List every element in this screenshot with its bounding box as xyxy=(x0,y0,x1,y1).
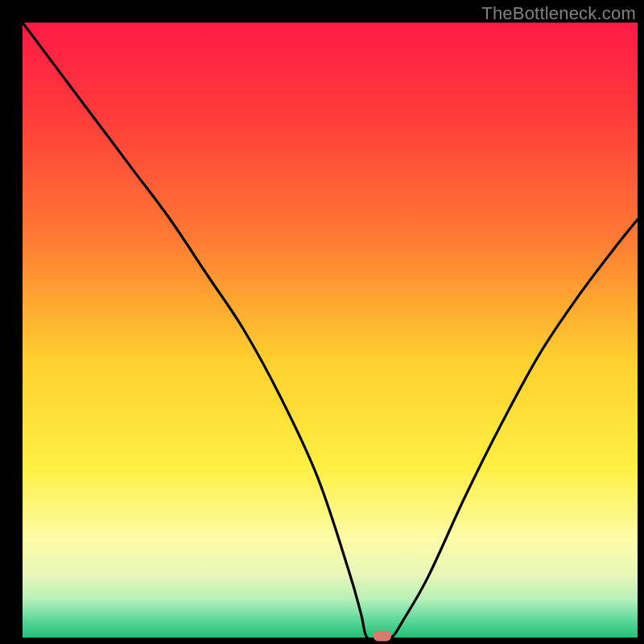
chart-frame: TheBottleneck.com xyxy=(0,0,644,644)
watermark-label: TheBottleneck.com xyxy=(481,3,636,24)
bottleneck-chart xyxy=(0,0,644,644)
optimum-marker xyxy=(374,631,391,642)
plot-area xyxy=(23,23,638,638)
